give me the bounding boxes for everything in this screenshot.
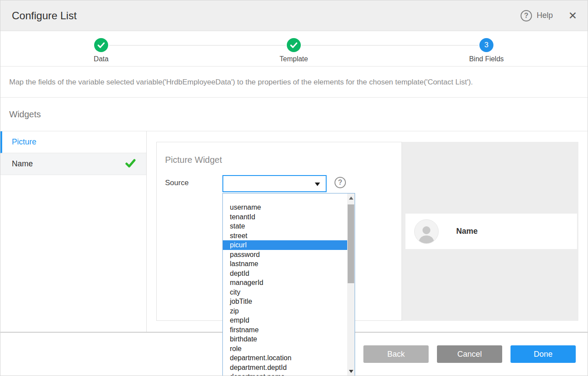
question-icon: ? [334, 177, 346, 188]
source-option[interactable]: role [223, 344, 347, 354]
widgets-heading-bar: Widgets [0, 98, 588, 131]
widgets-sidebar: Picture Name [0, 131, 147, 332]
avatar-placeholder-icon [414, 219, 439, 244]
wizard-stepper: Data Template 3 Bind Fields [0, 32, 588, 67]
source-option[interactable]: firstname [223, 325, 347, 335]
source-select[interactable] [222, 175, 327, 192]
source-option[interactable]: lastname [223, 259, 347, 269]
source-option[interactable]: picurl [223, 240, 347, 250]
sidebar-item-label: Picture [12, 137, 36, 147]
back-button[interactable]: Back [363, 345, 429, 363]
step-data[interactable]: Data [70, 38, 132, 63]
page-title: Configure List [12, 10, 77, 22]
source-option[interactable]: username [223, 203, 347, 212]
step-template[interactable]: Template [263, 38, 324, 63]
template-preview-panel: Name [402, 142, 578, 321]
step-complete-icon [287, 38, 301, 52]
source-option[interactable]: password [223, 250, 347, 260]
contact-list-preview-card: Name [405, 214, 577, 249]
preview-name-label: Name [456, 227, 478, 236]
source-option[interactable]: birthdate [223, 334, 347, 344]
step-bind-fields[interactable]: 3 Bind Fields [456, 38, 517, 63]
sidebar-item-picture[interactable]: Picture [0, 131, 146, 153]
mapping-description: Map the fields of the variable selected … [9, 78, 473, 87]
check-icon [290, 42, 297, 48]
source-option[interactable]: tenantId [223, 212, 347, 222]
step-number-badge: 3 [479, 38, 493, 52]
check-icon [98, 42, 105, 48]
help-icon[interactable]: ? [521, 10, 532, 21]
source-option[interactable]: city [223, 288, 347, 297]
source-option[interactable]: zip [223, 306, 347, 316]
source-option[interactable]: department.deptId [223, 363, 347, 372]
source-option[interactable]: state [223, 221, 347, 231]
bound-check-icon [125, 159, 136, 170]
chevron-down-icon [315, 183, 320, 186]
source-option[interactable]: street [223, 231, 347, 241]
sidebar-item-name[interactable]: Name [0, 153, 146, 175]
scroll-up-icon[interactable] [347, 194, 355, 202]
step-complete-icon [94, 38, 108, 52]
dialog-header: Configure List ? Help ✕ [0, 0, 588, 31]
step-label: Template [263, 55, 324, 63]
step-connector [109, 45, 286, 46]
source-help[interactable]: ? [334, 177, 346, 188]
scroll-down-icon[interactable] [347, 368, 355, 375]
sidebar-item-label: Name [12, 159, 33, 169]
description-bar: Map the fields of the variable selected … [0, 67, 588, 98]
source-dropdown-list: usernametenantIdstatestreetpicurlpasswor… [222, 193, 355, 376]
done-button[interactable]: Done [511, 345, 576, 363]
widgets-heading: Widgets [9, 109, 41, 119]
help-link[interactable]: Help [537, 11, 553, 20]
footer-actions: Back Cancel Done [363, 345, 576, 363]
source-option[interactable]: managerId [223, 278, 347, 288]
dropdown-scrollbar[interactable] [347, 193, 355, 376]
source-label: Source [165, 179, 189, 187]
source-option[interactable]: empId [223, 316, 347, 325]
scrollbar-thumb[interactable] [348, 204, 354, 283]
panel-title: Picture Widget [165, 155, 222, 165]
configure-list-dialog: Configure List ? Help ✕ Data Template [0, 0, 588, 376]
step-label: Data [70, 55, 132, 63]
source-options-list: usernametenantIdstatestreetpicurlpasswor… [223, 203, 347, 376]
close-icon[interactable]: ✕ [568, 11, 577, 21]
source-option[interactable]: deptId [223, 269, 347, 278]
source-option[interactable]: jobTitle [223, 297, 347, 306]
step-connector [302, 45, 479, 46]
source-option[interactable]: department.location [223, 353, 347, 363]
source-option[interactable]: department.name [223, 372, 347, 376]
step-label: Bind Fields [456, 55, 517, 63]
cancel-button[interactable]: Cancel [437, 345, 502, 363]
